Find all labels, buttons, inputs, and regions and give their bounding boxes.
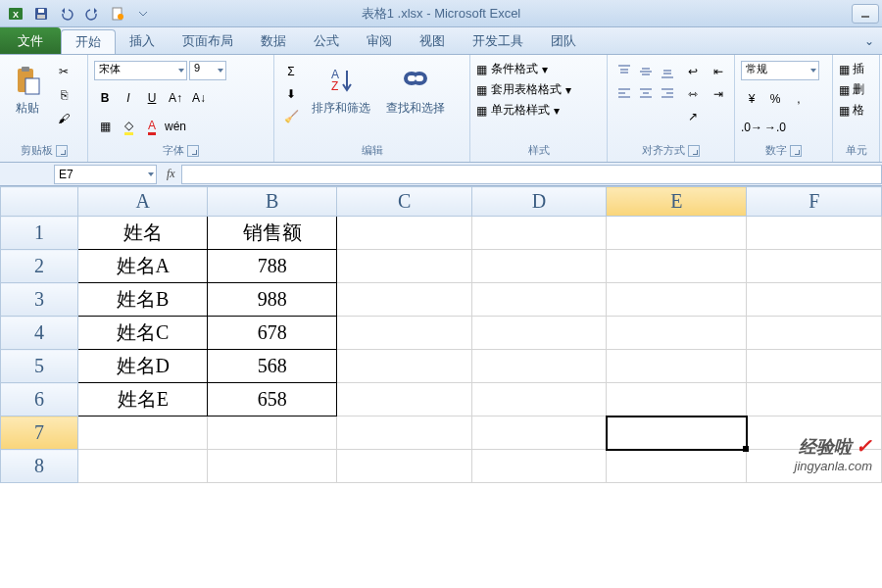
ribbon-minimize-icon[interactable]: ⌄ xyxy=(857,27,882,54)
tab-team[interactable]: 团队 xyxy=(537,27,590,54)
tab-developer[interactable]: 开发工具 xyxy=(459,27,537,54)
cell-B5[interactable]: 568 xyxy=(208,350,337,383)
insert-cells-button[interactable]: ▦ 插 xyxy=(839,61,873,77)
row-header-7[interactable]: 7 xyxy=(1,416,78,450)
table-format-button[interactable]: ▦套用表格格式 ▾ xyxy=(476,81,601,98)
cell-E7[interactable] xyxy=(607,416,747,450)
cell-E5[interactable] xyxy=(607,350,747,383)
comma-button[interactable]: , xyxy=(788,88,809,110)
cell-A1[interactable]: 姓名 xyxy=(78,217,208,250)
redo-icon[interactable] xyxy=(80,3,104,24)
cell-A6[interactable]: 姓名E xyxy=(78,383,208,416)
cell-F6[interactable] xyxy=(747,383,882,416)
tab-insert[interactable]: 插入 xyxy=(116,27,169,54)
percent-button[interactable]: % xyxy=(764,88,786,110)
cell-C6[interactable] xyxy=(337,383,472,416)
conditional-format-button[interactable]: ▦条件格式 ▾ xyxy=(476,61,601,77)
cell-F3[interactable] xyxy=(747,283,882,317)
italic-button[interactable]: I xyxy=(118,87,139,109)
cell-C2[interactable] xyxy=(337,250,472,283)
new-icon[interactable] xyxy=(106,3,129,24)
col-header-A[interactable]: A xyxy=(78,187,208,217)
cell-B1[interactable]: 销售额 xyxy=(208,217,337,250)
merge-button[interactable]: ⇿ xyxy=(682,83,704,105)
wrap-text-button[interactable]: ↩ xyxy=(682,61,704,82)
cell-C1[interactable] xyxy=(337,217,472,250)
cell-B2[interactable]: 788 xyxy=(208,250,337,283)
orientation-button[interactable]: ↗ xyxy=(682,106,704,127)
cell-A4[interactable]: 姓名C xyxy=(78,317,208,350)
row-header-4[interactable]: 4 xyxy=(1,317,78,350)
cell-E6[interactable] xyxy=(607,383,747,416)
tab-file[interactable]: 文件 xyxy=(0,27,61,54)
bold-button[interactable]: B xyxy=(94,87,116,109)
number-launcher-icon[interactable] xyxy=(790,145,802,157)
cell-C5[interactable] xyxy=(337,350,472,383)
align-left-button[interactable] xyxy=(613,82,635,104)
tab-page-layout[interactable]: 页面布局 xyxy=(169,27,247,54)
col-header-E[interactable]: E xyxy=(607,187,747,217)
row-header-8[interactable]: 8 xyxy=(1,450,78,483)
cell-D4[interactable] xyxy=(471,317,607,350)
cell-A7[interactable] xyxy=(78,416,208,450)
col-header-F[interactable]: F xyxy=(747,187,882,217)
grid[interactable]: ABCDEF 1姓名销售额2姓名A7883姓名B9884姓名C6785姓名D56… xyxy=(0,186,882,483)
tab-data[interactable]: 数据 xyxy=(247,27,300,54)
cell-C7[interactable] xyxy=(337,416,472,450)
tab-formulas[interactable]: 公式 xyxy=(300,27,353,54)
decrease-indent-button[interactable]: ⇤ xyxy=(708,61,729,82)
shrink-font-button[interactable]: A↓ xyxy=(188,87,210,109)
copy-icon[interactable]: ⎘ xyxy=(53,84,74,106)
increase-decimal-button[interactable]: .0→ xyxy=(741,117,762,138)
col-header-B[interactable]: B xyxy=(208,187,337,217)
excel-icon[interactable]: X xyxy=(4,3,27,24)
align-middle-button[interactable] xyxy=(635,61,657,82)
cell-D8[interactable] xyxy=(471,450,607,483)
cell-styles-button[interactable]: ▦单元格样式 ▾ xyxy=(476,102,601,119)
align-center-button[interactable] xyxy=(635,82,657,104)
select-all-corner[interactable] xyxy=(1,187,78,217)
sort-filter-button[interactable]: AZ 排序和筛选 xyxy=(306,61,376,121)
cell-B6[interactable]: 658 xyxy=(208,383,337,416)
row-header-3[interactable]: 3 xyxy=(1,283,78,317)
cell-E2[interactable] xyxy=(607,250,747,283)
cell-A8[interactable] xyxy=(78,450,208,483)
align-right-button[interactable] xyxy=(657,82,678,104)
align-bottom-button[interactable] xyxy=(657,61,678,82)
phonetic-button[interactable]: wén xyxy=(165,116,186,137)
minimize-button[interactable] xyxy=(852,4,879,24)
cell-B3[interactable]: 988 xyxy=(208,283,337,317)
cell-F2[interactable] xyxy=(747,250,882,283)
cell-F5[interactable] xyxy=(747,350,882,383)
cell-E1[interactable] xyxy=(607,217,747,250)
cell-A5[interactable]: 姓名D xyxy=(78,350,208,383)
clear-icon[interactable]: 🧹 xyxy=(280,106,302,127)
cell-D7[interactable] xyxy=(471,416,607,450)
cell-C8[interactable] xyxy=(337,450,472,483)
cell-C3[interactable] xyxy=(337,283,472,317)
font-launcher-icon[interactable] xyxy=(187,145,199,157)
row-header-2[interactable]: 2 xyxy=(1,250,78,283)
underline-button[interactable]: U xyxy=(141,87,163,109)
fx-icon[interactable]: fx xyxy=(161,167,181,181)
undo-icon[interactable] xyxy=(55,3,78,24)
qat-customize-icon[interactable] xyxy=(131,3,155,24)
border-button[interactable]: ▦ xyxy=(94,116,116,137)
number-format-select[interactable]: 常规 xyxy=(741,61,819,80)
grow-font-button[interactable]: A↑ xyxy=(165,87,186,109)
font-color-button[interactable]: A xyxy=(141,116,163,137)
save-icon[interactable] xyxy=(29,3,53,24)
cell-E8[interactable] xyxy=(607,450,747,483)
cell-F4[interactable] xyxy=(747,317,882,350)
cell-F1[interactable] xyxy=(747,217,882,250)
cell-D1[interactable] xyxy=(471,217,607,250)
formula-input[interactable] xyxy=(181,165,882,184)
tab-view[interactable]: 视图 xyxy=(406,27,459,54)
cell-B8[interactable] xyxy=(208,450,337,483)
row-header-6[interactable]: 6 xyxy=(1,383,78,416)
cut-icon[interactable]: ✂ xyxy=(53,61,74,82)
cell-E4[interactable] xyxy=(607,317,747,350)
paste-button[interactable]: 粘贴 xyxy=(6,61,49,121)
cell-B4[interactable]: 678 xyxy=(208,317,337,350)
cell-D5[interactable] xyxy=(471,350,607,383)
